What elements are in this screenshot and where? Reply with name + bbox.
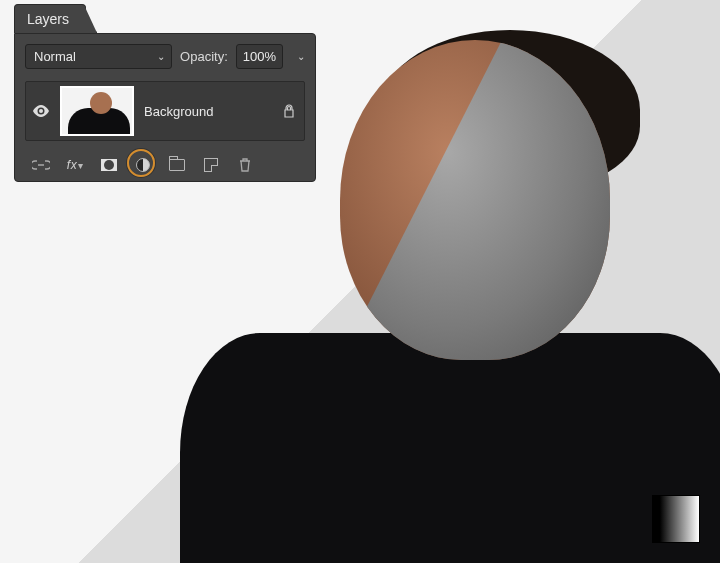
fx-label: fx — [67, 158, 77, 172]
blend-mode-value: Normal — [34, 49, 76, 64]
opacity-label: Opacity: — [180, 49, 228, 64]
new-group-icon[interactable] — [167, 155, 187, 175]
adjustment-layer-icon[interactable] — [133, 155, 153, 175]
link-layers-icon[interactable] — [31, 155, 51, 175]
layer-row-background[interactable]: Background — [25, 81, 305, 141]
layer-thumbnail[interactable] — [60, 86, 134, 136]
new-layer-icon[interactable] — [201, 155, 221, 175]
visibility-icon[interactable] — [32, 104, 50, 118]
gradient-swatch[interactable] — [652, 495, 700, 543]
tab-layers[interactable]: Layers — [14, 4, 86, 33]
chevron-down-icon: ⌄ — [157, 51, 165, 62]
delete-layer-icon[interactable] — [235, 155, 255, 175]
layers-toolbar: fx▾ — [25, 151, 305, 175]
layers-panel-body: Normal ⌄ Opacity: 100% ⌄ Background — [14, 33, 316, 182]
layer-fx-icon[interactable]: fx▾ — [65, 155, 85, 175]
layer-name[interactable]: Background — [144, 104, 272, 119]
chevron-down-icon[interactable]: ⌄ — [297, 51, 305, 62]
highlight-ring — [127, 149, 155, 177]
lock-icon[interactable] — [282, 104, 296, 118]
tab-label: Layers — [27, 11, 69, 27]
svg-point-0 — [39, 109, 43, 113]
add-layer-mask-icon[interactable] — [99, 155, 119, 175]
layers-panel: Layers Normal ⌄ Opacity: 100% ⌄ Backgrou… — [14, 4, 316, 182]
opacity-input[interactable]: 100% — [236, 44, 283, 69]
blend-mode-select[interactable]: Normal ⌄ — [25, 44, 172, 69]
opacity-value: 100% — [243, 49, 276, 64]
